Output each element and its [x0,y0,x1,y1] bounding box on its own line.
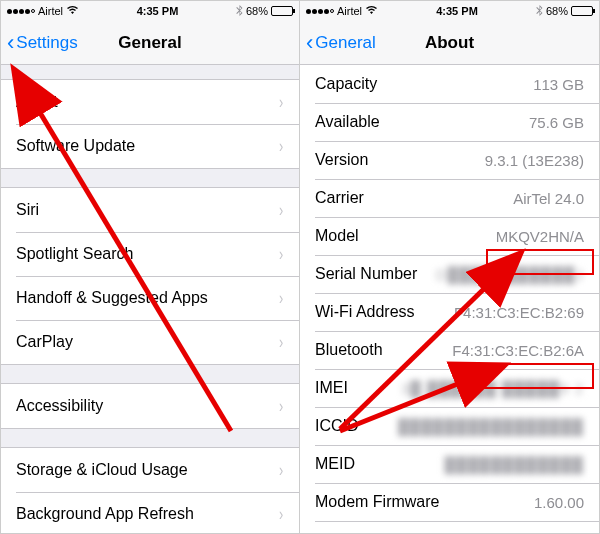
row-bluetooth: Bluetooth F4:31:C3:EC:B2:6A [300,331,599,369]
row-value: 9.3.1 (13E238) [485,152,584,169]
chevron-right-icon: › [279,396,283,417]
row-label: Carrier [315,189,364,207]
row-about[interactable]: About › [1,80,299,124]
row-software-update[interactable]: Software Update › [1,124,299,168]
row-label: IMEI [315,379,348,397]
row-version: Version 9.3.1 (13E238) [300,141,599,179]
chevron-right-icon: › [279,504,283,525]
row-accessibility[interactable]: Accessibility › [1,384,299,428]
row-label: Accessibility [16,397,103,415]
signal-dots-icon [7,9,35,14]
row-modem-firmware: Modem Firmware 1.60.00 [300,483,599,521]
row-value: AirTel 24.0 [513,190,584,207]
chevron-left-icon: ‹ [306,32,313,54]
wifi-icon [365,5,378,17]
row-label: Serial Number [315,265,417,283]
row-value: F4:31:C3:EC:B2:69 [454,304,584,321]
row-label: ICCID [315,417,359,435]
row-model: Model MKQV2HN/A [300,217,599,255]
row-label: Storage & iCloud Usage [16,461,188,479]
row-label: Handoff & Suggested Apps [16,289,208,307]
status-bar: Airtel 4:35 PM 68% [300,1,599,21]
phone-general: Airtel 4:35 PM 68% ‹ Settings General [1,1,300,533]
chevron-right-icon: › [279,332,283,353]
back-label: Settings [16,33,77,53]
row-label: About [16,93,58,111]
row-value: ████████████████ [398,418,584,435]
navbar: ‹ Settings General [1,21,299,65]
row-value: 3█ ██████ █████9 2 [401,380,584,397]
row-label: Siri [16,201,39,219]
clock: 4:35 PM [436,5,478,17]
bluetooth-icon [536,5,543,18]
row-available: Available 75.6 GB [300,103,599,141]
row-wifi-address: Wi-Fi Address F4:31:C3:EC:B2:69 [300,293,599,331]
row-label: Capacity [315,75,377,93]
back-button[interactable]: ‹ Settings [1,32,78,54]
row-label: Software Update [16,137,135,155]
chevron-right-icon: › [279,136,283,157]
back-label: General [315,33,375,53]
row-value: 1.60.00 [534,494,584,511]
row-value: ████████████ [444,456,584,473]
row-label: Spotlight Search [16,245,133,263]
chevron-right-icon: › [279,288,283,309]
row-value: D███████████J [436,266,584,283]
chevron-right-icon: › [279,244,283,265]
battery-pct: 68% [546,5,568,17]
row-siri[interactable]: Siri › [1,188,299,232]
carrier-label: Airtel [337,5,362,17]
carrier-label: Airtel [38,5,63,17]
signal-dots-icon [306,9,334,14]
row-background-refresh[interactable]: Background App Refresh › [1,492,299,533]
row-value: F4:31:C3:EC:B2:6A [452,342,584,359]
wifi-icon [66,5,79,17]
row-meid: MEID ████████████ [300,445,599,483]
row-seid[interactable]: SEID › [300,521,599,533]
status-bar: Airtel 4:35 PM 68% [1,1,299,21]
row-value: 113 GB [533,76,584,93]
row-iccid: ICCID ████████████████ [300,407,599,445]
row-imei: IMEI 3█ ██████ █████9 2 [300,369,599,407]
row-value: 75.6 GB [529,114,584,131]
row-capacity: Capacity 113 GB [300,65,599,103]
row-serial-number: Serial Number D███████████J [300,255,599,293]
row-label: CarPlay [16,333,73,351]
row-label: Model [315,227,359,245]
row-label: Wi-Fi Address [315,303,415,321]
clock: 4:35 PM [137,5,179,17]
row-label: SEID [315,531,352,533]
row-carplay[interactable]: CarPlay › [1,320,299,364]
chevron-right-icon: › [279,460,283,481]
phone-about: Airtel 4:35 PM 68% ‹ General About [300,1,599,533]
chevron-right-icon: › [279,200,283,221]
battery-pct: 68% [246,5,268,17]
row-handoff[interactable]: Handoff & Suggested Apps › [1,276,299,320]
battery-icon [271,6,293,16]
battery-icon [571,6,593,16]
row-label: Bluetooth [315,341,383,359]
chevron-right-icon: › [579,530,583,534]
chevron-right-icon: › [279,92,283,113]
back-button[interactable]: ‹ General [300,32,376,54]
row-label: Background App Refresh [16,505,194,523]
row-label: Available [315,113,380,131]
row-value: MKQV2HN/A [496,228,584,245]
chevron-left-icon: ‹ [7,32,14,54]
navbar: ‹ General About [300,21,599,65]
row-spotlight-search[interactable]: Spotlight Search › [1,232,299,276]
row-label: Version [315,151,368,169]
row-label: Modem Firmware [315,493,439,511]
bluetooth-icon [236,5,243,18]
row-storage[interactable]: Storage & iCloud Usage › [1,448,299,492]
row-carrier: Carrier AirTel 24.0 [300,179,599,217]
row-label: MEID [315,455,355,473]
